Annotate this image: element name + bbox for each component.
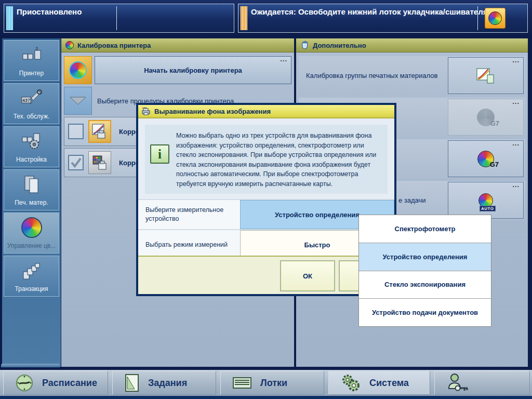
dialog-info-text: Можно выбрать одно из трех устройств для… bbox=[176, 130, 383, 189]
check-icon bbox=[70, 156, 82, 169]
dropdown-item-detection-device[interactable]: Устройство определения bbox=[359, 243, 491, 271]
dropdown-item-spectrophotometer[interactable]: Спектрофотометр bbox=[359, 215, 491, 243]
printer-dialog-icon bbox=[142, 107, 151, 115]
printer-swatches-icon[interactable] bbox=[88, 151, 111, 174]
ellipsis-indicator: ... bbox=[512, 98, 520, 105]
measurement-device-label: Выберите измерительное устройство bbox=[138, 200, 240, 229]
document-icon bbox=[124, 374, 140, 392]
start-calibration-button[interactable]: Начать калибровку принтера ... bbox=[95, 56, 291, 84]
top-status-bar: Приостановлено Ожидается: Освободите ниж… bbox=[0, 0, 532, 36]
measurement-mode-row: Выбрать режим измерений Быстро bbox=[138, 229, 394, 259]
sidebar-item-color-management[interactable]: Управление цв... bbox=[4, 212, 59, 254]
color-wheel-icon bbox=[488, 11, 502, 25]
checkbox-unchecked[interactable] bbox=[68, 124, 84, 139]
sidebar-item-setup[interactable]: Настройка bbox=[4, 126, 59, 167]
tab-trays[interactable]: Лотки bbox=[220, 371, 324, 395]
panel-title: Калибровка принтера bbox=[77, 42, 151, 49]
divider bbox=[116, 6, 117, 30]
ok-button[interactable]: ОК bbox=[281, 261, 335, 291]
ellipsis-indicator: ... bbox=[512, 139, 520, 147]
dialog-title: Выравнивание фона изображения bbox=[154, 108, 271, 115]
tab-system[interactable]: Система bbox=[328, 371, 430, 395]
g7-verification-button[interactable]: ... G7 bbox=[448, 99, 524, 136]
status-right-panel: Ожидается: Освободите нижний лоток уклад… bbox=[238, 4, 528, 33]
sidebar-item-maintenance[interactable]: 437 Тех. обслуж. bbox=[4, 83, 59, 124]
color-status-button[interactable] bbox=[485, 8, 506, 29]
orange-stripe-indicator bbox=[241, 6, 247, 30]
dialog-footer: ОК От bbox=[138, 256, 394, 294]
gears-icon bbox=[340, 373, 361, 393]
media-sheets-icon bbox=[23, 170, 41, 199]
chevron-down-icon bbox=[69, 96, 87, 106]
checkbox-checked[interactable] bbox=[68, 155, 84, 170]
printer-status-text: Приостановлено bbox=[17, 7, 82, 16]
media-group-calibration-icon bbox=[476, 66, 496, 85]
person-key-icon bbox=[446, 373, 469, 393]
dropdown-item-document-feeder[interactable]: Устройство подачи документов bbox=[359, 299, 491, 326]
panel-header: Дополнительно bbox=[296, 38, 528, 52]
g7-calibration-button[interactable]: ... G7 bbox=[448, 140, 524, 177]
dialog-info-section: i Можно выбрать одно из трех устройств д… bbox=[145, 125, 388, 194]
media-group-calibration-button[interactable]: ... bbox=[448, 57, 524, 94]
tray-icon bbox=[232, 376, 252, 390]
ellipsis-indicator: ... bbox=[512, 56, 520, 64]
info-icon: i bbox=[150, 144, 169, 164]
divider bbox=[477, 6, 478, 30]
cyan-stripe-indicator bbox=[6, 6, 13, 30]
svg-text:437: 437 bbox=[22, 98, 30, 103]
bottom-edge-strip bbox=[0, 396, 532, 399]
g7-color-icon: G7 bbox=[477, 151, 494, 167]
setup-gear-icon bbox=[21, 127, 42, 156]
measurement-device-row: Выберите измерительное устройство Устрой… bbox=[138, 199, 394, 229]
sidebar-item-printer[interactable]: Принтер bbox=[4, 40, 59, 81]
dropdown-item-platen-glass[interactable]: Стекло экспонирования bbox=[359, 271, 491, 299]
transaction-pages-icon bbox=[21, 256, 42, 285]
sidebar-footer-edge bbox=[1, 364, 60, 367]
media-group-calibration-row: Калибровка группы печатных материалов ..… bbox=[299, 56, 525, 96]
color-wheel-icon bbox=[21, 213, 42, 242]
dialog-title-bar: Выравнивание фона изображения bbox=[138, 105, 394, 118]
measurement-mode-label: Выбрать режим измерений bbox=[138, 230, 240, 259]
g7-gray-icon: G7 bbox=[477, 109, 495, 126]
measurement-device-dropdown: Спектрофотометр Устройство определения С… bbox=[358, 215, 491, 327]
auto-tasks-button[interactable]: ... AUTO bbox=[448, 182, 524, 219]
sidebar-item-transaction[interactable]: Транзакция bbox=[4, 256, 59, 297]
expand-procedures-button[interactable] bbox=[64, 87, 92, 115]
calibration-icon-button[interactable] bbox=[64, 56, 92, 84]
tab-jobs[interactable]: Задания bbox=[112, 371, 216, 395]
clock-icon bbox=[15, 374, 34, 392]
sidebar: Принтер 437 Тех. обслуж. Настройка bbox=[2, 38, 61, 367]
ellipsis-indicator: ... bbox=[280, 55, 287, 63]
status-left-panel: Приостановлено bbox=[4, 4, 234, 33]
bottom-navigation-bar: Расписание Задания Лотки Система bbox=[0, 370, 532, 396]
waiting-status-text: Ожидается: Освободите нижний лоток уклад… bbox=[251, 7, 490, 16]
wrench-counter-icon: 437 bbox=[21, 84, 43, 113]
calibration-curve-icon[interactable] bbox=[88, 120, 111, 143]
tab-schedule[interactable]: Расписание bbox=[3, 371, 108, 395]
login-button[interactable] bbox=[434, 371, 530, 395]
sidebar-item-media[interactable]: Печ. матер. bbox=[4, 169, 59, 210]
ellipsis-indicator: ... bbox=[512, 181, 520, 189]
panel-title: Дополнительно bbox=[313, 42, 366, 49]
color-wheel-icon bbox=[69, 61, 87, 79]
background-alignment-dialog: Выравнивание фона изображения i Можно вы… bbox=[136, 103, 396, 296]
color-wheel-icon bbox=[65, 41, 74, 49]
printer-icon bbox=[21, 41, 42, 70]
panel-header: Калибровка принтера bbox=[61, 38, 294, 52]
hand-icon bbox=[300, 41, 309, 50]
auto-color-icon: AUTO bbox=[478, 193, 493, 208]
